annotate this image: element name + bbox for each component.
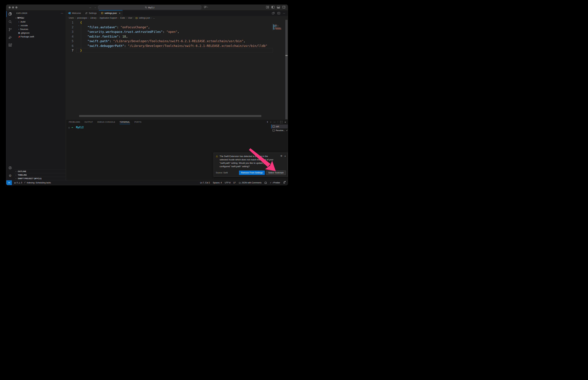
- command-center-search[interactable]: MyCLI: [98, 5, 201, 9]
- warning-icon: ⚠: [216, 155, 218, 168]
- customize-layout-icon[interactable]: [266, 6, 269, 8]
- explorer-more-actions-icon[interactable]: ⋯: [61, 12, 63, 15]
- line-number: 7: [66, 48, 74, 53]
- section-timeline[interactable]: ›TIMELINE: [14, 173, 66, 177]
- breadcrumb-item[interactable]: User: [128, 17, 132, 19]
- navigate-back-button[interactable]: ←: [89, 6, 92, 9]
- tree-item-label: MYCLI: [18, 17, 24, 19]
- maximize-panel-icon[interactable]: [280, 121, 282, 123]
- breadcrumb-item[interactable]: settings.json: [139, 17, 150, 19]
- chevron-right-icon: ›: [14, 170, 18, 172]
- panel-tab-debug-console[interactable]: DEBUG CONSOLE: [97, 119, 115, 125]
- code-line[interactable]: 7}: [66, 48, 273, 53]
- language-mode-status[interactable]: {} JSON with Comments: [239, 182, 262, 184]
- remote-indicator[interactable]: ><: [6, 180, 12, 185]
- terminal[interactable]: ○ → MyCLI: [68, 126, 84, 129]
- minimap[interactable]: [273, 24, 285, 33]
- sidebar-item-source-control[interactable]: [6, 26, 14, 34]
- select-toolchain-button[interactable]: Select Toolchain: [266, 171, 286, 175]
- problems-status[interactable]: ⊘ 0 ⚠ 0: [14, 182, 22, 184]
- copilot-status-icon[interactable]: [264, 182, 267, 184]
- breadcrumb-item[interactable]: Library: [90, 17, 97, 19]
- minimize-window-button[interactable]: [12, 6, 14, 8]
- breadcrumb-item[interactable]: poocoogoo: [77, 17, 87, 19]
- sidebar-item-explorer[interactable]: [6, 10, 14, 18]
- more-actions-icon[interactable]: ⋯: [283, 12, 285, 15]
- section-outline[interactable]: ›OUTLINE: [14, 170, 66, 173]
- toggle-secondary-sidebar-icon[interactable]: [282, 6, 285, 8]
- code-line[interactable]: 6 "swift.debuggerPath": "/Library/Develo…: [66, 43, 273, 48]
- terminal-profile-dropdown-icon[interactable]: ›: [270, 122, 272, 122]
- toggle-panel-icon[interactable]: [277, 6, 280, 8]
- split-editor-icon[interactable]: [277, 12, 280, 14]
- chevron-right-icon: ›: [18, 28, 20, 30]
- panel-tab-terminal[interactable]: TERMINAL: [120, 119, 130, 125]
- explorer-tree: ›MYCLI›.build›.vscode›Sources.gitignoreP…: [14, 16, 66, 38]
- breadcrumb-item[interactable]: Users: [69, 17, 74, 19]
- zoom-window-button[interactable]: [15, 6, 18, 8]
- hscroll-slider[interactable]: [79, 115, 261, 117]
- editor-vertical-scrollbar[interactable]: [285, 20, 287, 119]
- code-line[interactable]: 1{: [66, 20, 273, 25]
- code-line[interactable]: 4 "editor.fontSize": 18,: [66, 34, 273, 39]
- breadcrumb-item[interactable]: Code: [120, 17, 125, 19]
- terminal-instance-resolve-[interactable]: ›_Resolve...✓: [271, 128, 288, 132]
- tree-item--vscode[interactable]: ›.vscode: [14, 23, 66, 27]
- close-window-button[interactable]: [9, 6, 11, 8]
- terminal-instance-zsh[interactable]: ›_zsh: [271, 125, 288, 128]
- tree-item--gitignore[interactable]: .gitignore: [14, 31, 66, 35]
- tree-item-sources[interactable]: ›Sources: [14, 27, 66, 31]
- breadcrumb-item[interactable]: ...: [153, 17, 155, 19]
- accounts-button[interactable]: [6, 164, 14, 172]
- panel-tab-problems[interactable]: PROBLEMS: [69, 119, 80, 125]
- sidebar-item-run-debug[interactable]: [6, 34, 14, 41]
- eol-status[interactable]: LF: [233, 182, 236, 184]
- navigate-forward-button[interactable]: →: [93, 6, 97, 9]
- notification-close-icon[interactable]: ×: [284, 155, 286, 168]
- settings-gear-button[interactable]: ⚙: [6, 172, 14, 179]
- code-line[interactable]: 5 "swift.path": "/Library/Developer/Tool…: [66, 39, 273, 43]
- chevron-right-icon: ›: [18, 20, 20, 23]
- sidebar-item-extensions[interactable]: [6, 41, 14, 49]
- panel-tab-output[interactable]: OUTPUT: [84, 119, 93, 125]
- indexing-label: Indexing: Scheduling tasks: [27, 182, 51, 184]
- tree-item-package-swift[interactable]: Package.swift: [14, 35, 66, 38]
- sidebar-item-search[interactable]: [6, 18, 14, 26]
- chevron-right-icon: ›: [14, 177, 18, 179]
- encoding-status[interactable]: UTF-8: [225, 182, 230, 184]
- line-number: 5: [66, 39, 74, 43]
- toggle-primary-sidebar-icon[interactable]: [271, 6, 275, 8]
- close-panel-icon[interactable]: ×: [284, 121, 286, 124]
- minimap-line: [273, 24, 285, 24]
- panel-tab-ports[interactable]: PORTS: [135, 119, 142, 125]
- warnings-icon: ⚠: [19, 182, 20, 184]
- tab-settings[interactable]: Settings: [83, 10, 99, 16]
- tree-item--build[interactable]: ›.build: [14, 20, 66, 23]
- open-changes-icon[interactable]: [272, 12, 275, 14]
- code-line[interactable]: 3 "security.workspace.trust.untrustedFil…: [66, 29, 273, 34]
- breadcrumb-separator-icon: ›: [134, 17, 134, 19]
- command-decoration-icon[interactable]: ○: [68, 126, 70, 129]
- notification-badge-dot: [285, 181, 285, 182]
- code-line[interactable]: 2 "files.autoSave": "onFocusChange",: [66, 25, 273, 30]
- loading-spinner-icon: [24, 182, 26, 184]
- tab-settings-json[interactable]: {} settings.json ×: [99, 10, 122, 16]
- indexing-status[interactable]: Indexing: Scheduling tasks: [24, 182, 51, 184]
- section-swift-project-mycli-[interactable]: ›SWIFT PROJECT (MYCLI): [14, 177, 66, 180]
- notification-settings-gear-icon[interactable]: ⚙: [281, 155, 283, 168]
- new-terminal-button[interactable]: +: [267, 120, 268, 124]
- copilot-menu-button[interactable]: ›: [204, 6, 208, 8]
- indentation-status[interactable]: Spaces: 4: [213, 182, 222, 184]
- tree-item-mycli[interactable]: ›MYCLI: [14, 16, 66, 20]
- breadcrumb-item[interactable]: Application Support: [100, 17, 117, 19]
- prettier-status[interactable]: ✓✓ Prettier: [270, 182, 280, 184]
- panel-more-actions-icon[interactable]: ⋯: [273, 121, 276, 123]
- cursor-position-status[interactable]: Ln 7, Col 2: [200, 182, 210, 184]
- close-tab-icon[interactable]: ×: [119, 12, 121, 15]
- remove-from-settings-button[interactable]: Remove From Settings: [239, 171, 265, 175]
- tab-label: Settings: [89, 12, 97, 14]
- code-editor[interactable]: 1{2 "files.autoSave": "onFocusChange",3 …: [66, 20, 273, 88]
- editor-horizontal-scrollbar[interactable]: [66, 115, 273, 117]
- tab-welcome[interactable]: Welcome: [66, 10, 83, 16]
- notifications-bell-button[interactable]: [283, 181, 285, 184]
